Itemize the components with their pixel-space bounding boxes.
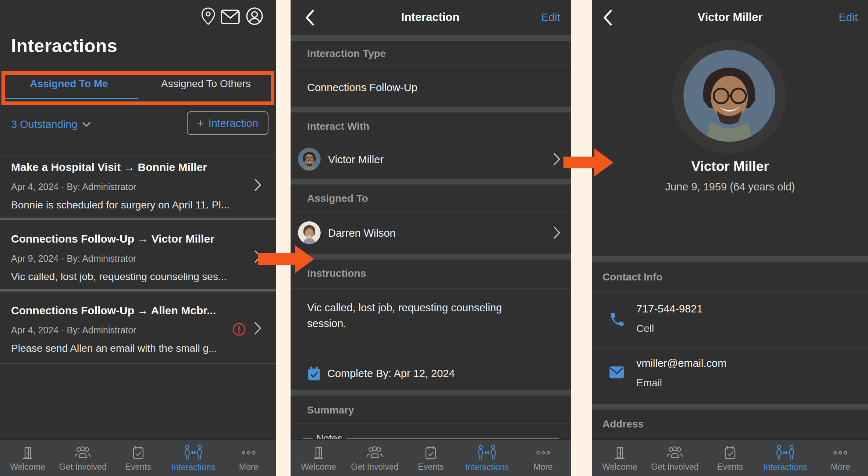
edit-button[interactable]: Edit [541,11,560,24]
chevron-right-icon [553,152,561,166]
chevron-right-icon [553,226,561,240]
phone-label: Cell [636,323,654,334]
tab-get-involved[interactable]: Get Involved [347,440,403,476]
tab-events[interactable]: Events [403,440,459,476]
mail-icon[interactable] [221,10,240,24]
tab-interactions[interactable]: Interactions [459,440,515,476]
annotation-arrow-middle-to-right [563,157,595,168]
item-meta: Apr 4, 2024 · By: Administrator [11,325,136,336]
interactions-people-icon [183,445,204,461]
email-label: Email [636,377,662,389]
interact-with-person: Victor Miller [328,154,384,166]
section-header-instructions: Instructions [307,268,366,279]
tab-label: More [831,463,850,471]
welcome-door-icon [311,445,326,461]
events-calendar-icon [131,445,146,461]
chevron-right-icon [254,178,262,192]
tab-welcome[interactable]: Welcome [592,440,647,476]
screen-interaction-detail: Interaction Edit Interaction Type Connec… [291,0,571,476]
screen-person-profile: Victor Miller Edit Victor Miller June 9,… [592,0,868,476]
plus-icon: + [197,117,204,129]
avatar[interactable] [683,50,775,142]
item-title: Connections Follow-Up → Allen Mcbr... [11,304,216,317]
calendar-check-icon [307,366,321,382]
item-description: Bonnie is scheduled for surgery on April… [11,199,230,211]
section-header-interaction-type: Interaction Type [307,48,386,60]
map-pin-icon[interactable] [200,7,216,25]
avatar [298,148,321,171]
nav-title: Interaction [357,11,504,24]
tab-events[interactable]: Events [702,440,758,476]
tab-label: More [533,463,552,471]
get-involved-people-icon [73,445,92,461]
phone-icon [609,311,626,328]
tab-events[interactable]: Events [110,440,166,476]
section-header-contact-info: Contact Info [602,271,662,283]
section-header-assigned-to: Assigned To [307,193,368,204]
get-involved-people-icon [365,445,384,461]
tab-label: Get Involved [651,463,698,471]
tab-get-involved[interactable]: Get Involved [647,440,702,476]
tab-get-involved[interactable]: Get Involved [55,440,110,476]
annotation-arrow-left-to-middle-head [295,245,314,273]
phone-value: 717-544-9821 [636,303,703,315]
add-interaction-button[interactable]: + Interaction [187,111,268,135]
back-icon[interactable] [305,9,315,26]
bottom-tab-bar: Welcome Get Involved Events Interactions… [0,439,276,476]
events-calendar-icon [423,445,438,461]
complete-by-text: Complete By: Apr 12, 2024 [327,368,455,380]
chevron-right-icon [254,321,262,335]
events-calendar-icon [723,445,737,461]
tab-label: Interactions [171,463,215,472]
tab-welcome[interactable]: Welcome [0,440,55,476]
item-description: Please send Allen an email with the smal… [11,343,217,354]
bottom-tab-bar: Welcome Get Involved Events Interactions… [291,439,571,476]
tab-more[interactable]: More [221,440,276,476]
tab-label: Events [717,463,743,471]
bottom-tab-bar: Welcome Get Involved Events Interactions… [592,439,868,476]
envelope-icon [609,366,625,379]
avatar [298,221,321,244]
more-dots-icon [534,445,552,461]
item-title: Make a Hospital Visit → Bonnie Miller [11,161,207,173]
more-dots-icon [832,445,849,461]
item-description: Vic called, lost job, requesting counsel… [11,271,227,283]
tab-more[interactable]: More [515,440,571,476]
edit-button[interactable]: Edit [839,11,858,24]
welcome-door-icon [612,445,627,461]
add-interaction-label: Interaction [209,117,258,129]
page-title: Interactions [11,35,117,57]
annotated-screenshot-canvas: Interactions Assigned To Me Assigned To … [0,0,868,476]
outstanding-filter[interactable]: 3 Outstanding [11,118,91,130]
nav-title: Victor Miller [657,11,804,24]
tab-interactions[interactable]: Interactions [166,440,221,476]
profile-name: Victor Miller [592,159,868,174]
interaction-type-value: Connections Follow-Up [307,82,417,94]
instructions-text: Vic called, lost job, requesting counsel… [307,300,513,332]
filter-label: 3 Outstanding [11,118,78,130]
item-title: Connections Follow-Up → Victor Miller [11,233,214,245]
tab-welcome[interactable]: Welcome [291,440,347,476]
section-header-interact-with: Interact With [307,121,369,132]
highlight-rectangle-tabs [1,71,274,105]
interactions-people-icon [775,445,796,461]
profile-icon[interactable] [246,7,263,25]
section-header-summary: Summary [307,404,354,416]
tab-label: Get Involved [351,463,398,471]
more-dots-icon [240,445,257,461]
tab-interactions[interactable]: Interactions [758,440,813,476]
annotation-arrow-middle-to-right-head [594,148,613,176]
welcome-door-icon [20,445,35,461]
interactions-people-icon [477,445,497,461]
tab-label: Interactions [465,463,509,472]
tab-label: Get Involved [59,463,107,471]
tab-label: Events [125,463,151,471]
item-meta: Apr 4, 2024 · By: Administrator [11,182,136,192]
item-meta: Apr 9, 2024 · By: Administrator [11,253,136,264]
back-icon[interactable] [602,9,613,26]
tab-more[interactable]: More [813,440,868,476]
tab-label: Welcome [602,463,637,471]
chevron-down-icon [82,122,91,128]
annotation-arrow-left-to-middle [258,253,296,265]
alert-icon [232,323,246,336]
